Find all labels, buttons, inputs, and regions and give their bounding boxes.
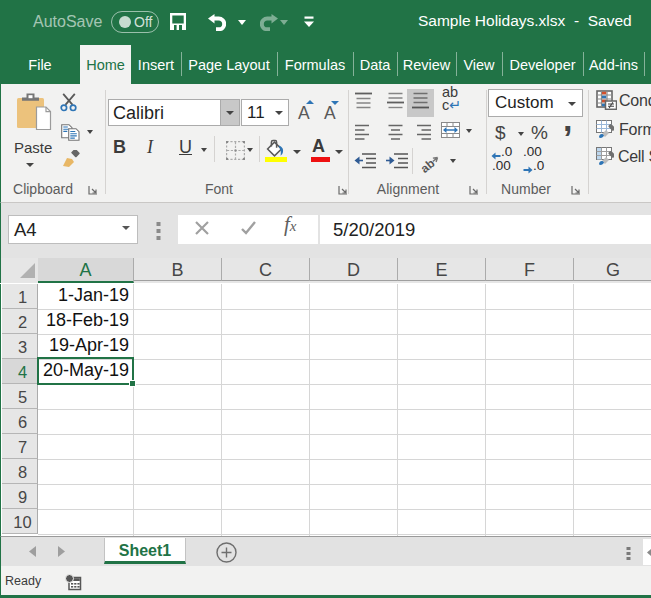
svg-text:ab: ab [419, 156, 437, 174]
